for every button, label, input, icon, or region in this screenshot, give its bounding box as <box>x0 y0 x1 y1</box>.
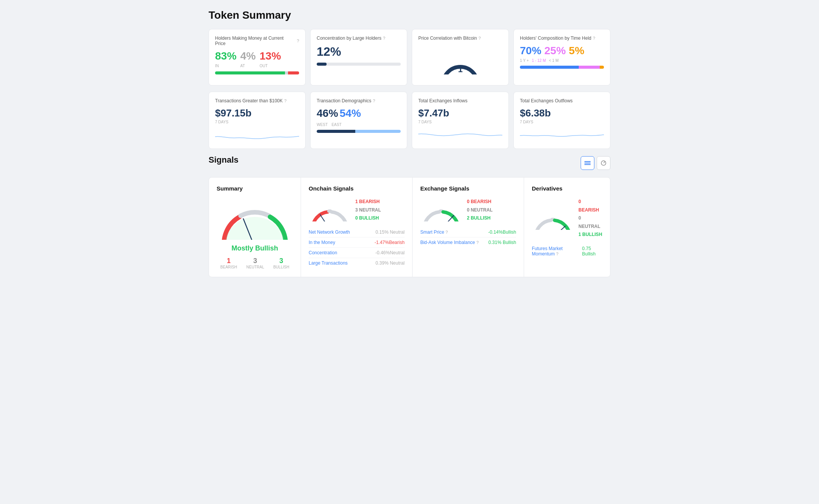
summary-sentiment-label: Mostly Bullish <box>217 244 293 252</box>
bullish-count: 3 <box>273 257 289 265</box>
outflows-period: 7 DAYS <box>520 120 604 124</box>
inflows-value: $7.47b <box>418 107 502 119</box>
help-icon[interactable]: ? <box>284 99 286 103</box>
help-icon[interactable]: ? <box>478 36 481 40</box>
help-icon[interactable]: ? <box>593 36 595 40</box>
y1-label: 1 Y + <box>520 58 529 63</box>
deriv-bearish-count: 0 <box>578 199 581 204</box>
m12-pct: 25% <box>544 45 566 57</box>
signal-item: Net Network Growth 0.15% Neutral <box>309 227 405 237</box>
signal-name[interactable]: In the Money <box>309 240 335 245</box>
west-label: WEST <box>317 123 328 127</box>
derivatives-counts: 0 BEARISH 0 NEUTRAL 1 BULLISH <box>578 198 602 239</box>
signals-title: Signals <box>209 155 238 165</box>
outflows-title: Total Exchanges Outflows <box>520 98 604 103</box>
onchain-bullish-count: 0 <box>355 215 358 221</box>
in-label: IN <box>215 64 219 68</box>
help-icon[interactable]: ? <box>373 99 375 103</box>
signal-name[interactable]: Large Transactions <box>309 260 348 266</box>
m12-label: 1 - 12 M <box>532 58 546 63</box>
transactions-card: Transactions Greater than $100K ? $97.15… <box>209 92 306 149</box>
holders-composition-card: Holders' Composition by Time Held ? 70% … <box>513 29 610 86</box>
signal-value: 0.39% Neutral <box>376 260 405 266</box>
futures-name[interactable]: Futures Market Momentum ? <box>532 246 582 257</box>
outflows-value: $6.38b <box>520 107 604 119</box>
signal-item: Bid-Ask Volume Imbalance ? 0.31% Bullish <box>420 237 516 247</box>
signal-name[interactable]: Concentration <box>309 250 337 255</box>
bidask-value: 0.31% Bullish <box>489 240 516 245</box>
holders-composition-title: Holders' Composition by Time Held ? <box>520 36 604 41</box>
signal-item: Concentration -0.46%Neutral <box>309 248 405 258</box>
smart-price-name[interactable]: Smart Price ? <box>420 229 448 235</box>
bidask-name[interactable]: Bid-Ask Volume Imbalance ? <box>420 240 479 245</box>
gauge-view-button[interactable] <box>597 156 610 170</box>
summary-gauge <box>217 198 293 240</box>
onchain-bearish-label: BEARISH <box>359 199 380 204</box>
svg-line-4 <box>604 162 605 163</box>
deriv-bullish-count: 1 <box>578 232 581 237</box>
onchain-gauge-row: 1 BEARISH 3 NEUTRAL 0 BULLISH <box>309 198 405 223</box>
derivatives-signal-list: Futures Market Momentum ? 0.75 Bullish <box>532 244 602 259</box>
demographics-bar <box>317 130 401 133</box>
in-pct: 83% <box>215 50 236 62</box>
holders-pct-row: 83% IN 4% AT 13% OUT <box>215 50 299 68</box>
onchain-col: Onchain Signals 1 BEARISH 3 NEUTRAL <box>301 178 413 277</box>
svg-line-11 <box>553 226 565 230</box>
onchain-bearish-count: 1 <box>355 199 358 204</box>
neutral-label: NEUTRAL <box>246 265 264 269</box>
outflows-chart <box>520 127 604 142</box>
summary-col-title: Summary <box>217 185 293 192</box>
price-correlation-title: Price Correlation with Bitcoin ? <box>418 36 502 41</box>
holders-money-card: Holders Making Money at Current Price ? … <box>209 29 306 86</box>
list-view-button[interactable] <box>581 156 594 170</box>
transactions-period: 7 DAYS <box>215 120 299 124</box>
onchain-counts: 1 BEARISH 3 NEUTRAL 0 BULLISH <box>355 198 381 223</box>
exchange-bearish-count: 0 <box>467 199 469 204</box>
onchain-col-title: Onchain Signals <box>309 185 405 192</box>
transactions-chart <box>215 127 299 142</box>
m1-pct: 5% <box>569 45 584 57</box>
holders-bar <box>215 71 299 74</box>
summary-counts: 1 BEARISH 3 NEUTRAL 3 BULLISH <box>217 257 293 269</box>
price-correlation-card: Price Correlation with Bitcoin ? 1 <box>412 29 509 86</box>
out-label: OUT <box>260 64 268 68</box>
composition-bar <box>520 66 604 69</box>
exchange-neutral-count: 0 <box>467 207 469 213</box>
inflows-card: Total Exchanges Inflows $7.47b 7 DAYS <box>412 92 509 149</box>
derivatives-gauge-row: 0 BEARISH 0 NEUTRAL 1 BULLISH <box>532 198 602 239</box>
signal-item: In the Money -1.47%Bearish <box>309 237 405 248</box>
help-icon[interactable]: ? <box>383 36 385 40</box>
deriv-neutral-count: 0 <box>578 215 581 221</box>
onchain-signal-list: Net Network Growth 0.15% Neutral In the … <box>309 227 405 268</box>
at-label: AT <box>240 64 245 68</box>
inflows-chart <box>418 127 502 142</box>
concentration-card: Concentration by Large Holders ? 12% <box>310 29 407 86</box>
signal-item: Futures Market Momentum ? 0.75 Bullish <box>532 244 602 259</box>
out-pct: 13% <box>260 50 281 62</box>
signals-view-buttons <box>581 156 610 170</box>
token-summary-grid: Holders Making Money at Current Price ? … <box>209 29 610 86</box>
signal-value: -1.47%Bearish <box>374 240 405 245</box>
bearish-count: 1 <box>220 257 237 265</box>
onchain-gauge <box>309 199 351 221</box>
summary-col: Summary Mostly Bullish <box>209 178 301 277</box>
exchange-col: Exchange Signals 0 BEARISH 0 NEUTRAL <box>413 178 524 277</box>
onchain-neutral-count: 3 <box>355 207 358 213</box>
signal-item: Large Transactions 0.39% Neutral <box>309 258 405 268</box>
east-pct: 54% <box>340 107 361 119</box>
outflows-card: Total Exchanges Outflows $6.38b 7 DAYS <box>513 92 610 149</box>
west-pct: 46% <box>317 107 338 119</box>
correlation-value: 1 <box>458 65 463 74</box>
exchange-signal-list: Smart Price ? -0.14%Bullish Bid-Ask Volu… <box>420 227 516 247</box>
concentration-title: Concentration by Large Holders ? <box>317 36 401 41</box>
signal-value: -0.46%Neutral <box>375 250 405 255</box>
exchange-counts: 0 BEARISH 0 NEUTRAL 2 BULLISH <box>467 198 492 223</box>
concentration-value: 12% <box>317 45 401 59</box>
help-icon[interactable]: ? <box>297 39 299 43</box>
demographics-card: Transaction Demographics ? 46% 54% WEST … <box>310 92 407 149</box>
page-title: Token Summary <box>209 9 610 21</box>
price-correlation-gauge: 1 <box>418 45 502 79</box>
smart-price-value: -0.14%Bullish <box>488 229 516 235</box>
signal-name[interactable]: Net Network Growth <box>309 229 350 235</box>
derivatives-col-title: Derivatives <box>532 185 602 192</box>
